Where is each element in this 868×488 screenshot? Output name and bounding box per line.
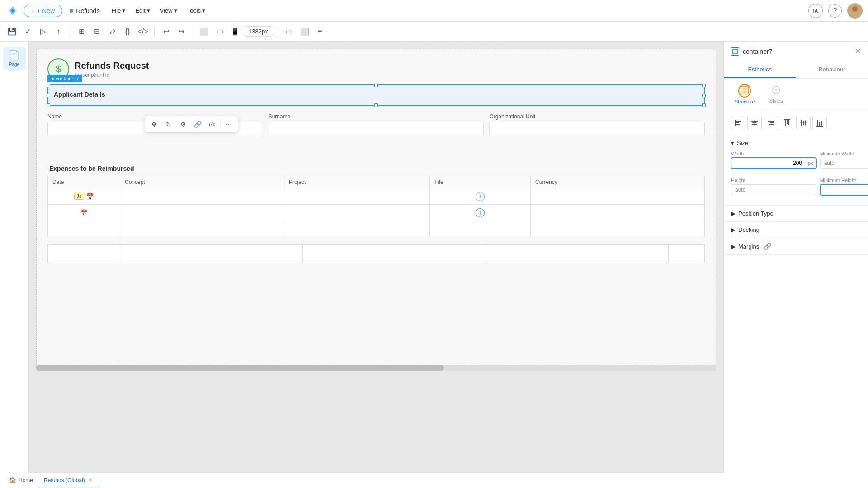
- home-tab[interactable]: 🏠 Home: [4, 473, 38, 488]
- ia-badge[interactable]: IA: [808, 4, 823, 18]
- expense-concept-2[interactable]: [120, 205, 284, 221]
- layers-button[interactable]: ⊟: [90, 25, 104, 38]
- help-button[interactable]: ?: [828, 4, 842, 18]
- sidebar-item-page[interactable]: 📄 Page: [3, 47, 26, 70]
- resize-handle-bm[interactable]: [374, 103, 378, 107]
- align-right-button[interactable]: [764, 116, 778, 130]
- layout-button-3[interactable]: ≡: [313, 25, 327, 38]
- svg-point-2: [850, 12, 859, 18]
- nav-right-area: IA ?: [808, 3, 863, 19]
- align-center-h-button[interactable]: [796, 116, 811, 130]
- svg-rect-30: [821, 121, 822, 126]
- expense-file-1[interactable]: +: [430, 188, 531, 205]
- rotate-button[interactable]: ↻: [162, 118, 175, 131]
- refunds-global-tab[interactable]: Refunds (Global) ✕: [38, 473, 99, 488]
- calendar-icon-2[interactable]: 📅: [80, 209, 88, 216]
- sub-tab-structure[interactable]: Structure: [731, 82, 759, 106]
- summary-cell-1[interactable]: [48, 245, 120, 263]
- expense-concept-3[interactable]: [120, 221, 284, 237]
- expense-file-3[interactable]: [430, 221, 531, 237]
- mobile-view[interactable]: 📱: [228, 25, 242, 38]
- scrollbar-thumb[interactable]: [36, 365, 444, 371]
- tab-close-button[interactable]: ✕: [87, 477, 94, 483]
- resize-handle-br[interactable]: [702, 103, 706, 107]
- check-button[interactable]: ✓: [21, 25, 34, 38]
- resize-handle-tl[interactable]: [47, 84, 50, 87]
- tablet-view[interactable]: ▭: [213, 25, 226, 38]
- surname-input[interactable]: [269, 122, 484, 136]
- min-height-input[interactable]: [821, 185, 868, 195]
- data-button[interactable]: ⇄: [105, 25, 119, 38]
- calendar-icon-1[interactable]: 📅: [86, 193, 94, 200]
- settings-button[interactable]: ⚙: [177, 118, 189, 131]
- docking-section[interactable]: ▶ Docking: [724, 222, 868, 238]
- view-menu[interactable]: View ▾: [156, 5, 182, 16]
- applicant-details-title: Applicant Details: [52, 89, 700, 102]
- expense-date-2[interactable]: 📅: [48, 205, 120, 221]
- more-button[interactable]: ⋯: [222, 118, 235, 131]
- expense-concept-1[interactable]: [120, 188, 284, 205]
- summary-cell-5[interactable]: [669, 245, 705, 263]
- save-button[interactable]: 💾: [5, 25, 19, 38]
- summary-cell-3[interactable]: [303, 245, 486, 263]
- resize-handle-bl[interactable]: [47, 103, 50, 107]
- edit-menu[interactable]: Edit ▾: [131, 5, 154, 16]
- tools-menu[interactable]: Tools ▾: [183, 5, 210, 16]
- form-subtitle: {descriptionHe: [75, 72, 149, 78]
- expense-date-3[interactable]: [48, 221, 120, 237]
- size-section-header[interactable]: ▾ Size: [731, 140, 861, 146]
- sub-tab-styles[interactable]: Styles: [766, 84, 787, 105]
- canvas-scrollbar[interactable]: [36, 365, 716, 371]
- position-type-section[interactable]: ▶ Position Type: [724, 206, 868, 222]
- svg-rect-29: [819, 122, 820, 126]
- width-field: Width px: [731, 151, 816, 174]
- expense-project-2[interactable]: [284, 205, 429, 221]
- align-bottom-button[interactable]: [812, 116, 827, 130]
- container7-box[interactable]: Applicant Details: [47, 84, 705, 106]
- formula-button[interactable]: Rx: [206, 118, 218, 131]
- publish-button[interactable]: ↑: [52, 25, 65, 38]
- layout-button-1[interactable]: ▭: [283, 25, 296, 38]
- link-button[interactable]: 🔗: [191, 118, 204, 131]
- code-button[interactable]: {}: [121, 25, 134, 38]
- resize-handle-mr[interactable]: [702, 94, 706, 97]
- layout-button-2[interactable]: ⬜: [298, 25, 311, 38]
- margins-section[interactable]: ▶ Margins 🔗: [724, 238, 868, 255]
- width-input[interactable]: [731, 158, 805, 168]
- resize-handle-ml[interactable]: [47, 94, 50, 97]
- expense-project-3[interactable]: [284, 221, 429, 237]
- align-left-button[interactable]: [731, 116, 745, 130]
- file-menu[interactable]: File ▾: [107, 5, 130, 16]
- undo-button[interactable]: ↩: [159, 25, 173, 38]
- org-unit-input[interactable]: [489, 122, 705, 136]
- move-button[interactable]: ✥: [148, 118, 160, 131]
- expense-currency-2[interactable]: [531, 205, 705, 221]
- expense-project-1[interactable]: [284, 188, 429, 205]
- summary-cell-2[interactable]: [120, 245, 303, 263]
- html-button[interactable]: </>: [136, 25, 150, 38]
- svg-rect-8: [735, 121, 741, 122]
- expense-file-2[interactable]: +: [430, 205, 531, 221]
- expense-currency-1[interactable]: [531, 188, 705, 205]
- file-add-button-2[interactable]: +: [476, 208, 485, 217]
- expense-date-1[interactable]: Js 📅: [48, 188, 120, 205]
- summary-cell-4[interactable]: [486, 245, 668, 263]
- user-avatar[interactable]: [847, 3, 863, 19]
- tab-behaviour[interactable]: Behaviour: [796, 61, 868, 78]
- new-button[interactable]: + + New: [24, 5, 62, 17]
- panel-close-button[interactable]: ✕: [855, 47, 861, 56]
- desktop-view[interactable]: ⬜: [198, 25, 211, 38]
- resize-handle-tm[interactable]: [374, 84, 378, 87]
- tab-esthetics[interactable]: Esthetics: [724, 61, 796, 78]
- expense-currency-3[interactable]: [531, 221, 705, 237]
- min-width-input-wrap: auto: [820, 158, 868, 169]
- toolbar-separator-3: [193, 26, 193, 37]
- resize-handle-tr[interactable]: [702, 84, 706, 87]
- main-area: 📄 Page ✥ ↻ ⚙ 🔗 Rx ⋯ $ Refunds Req: [0, 42, 868, 473]
- play-button[interactable]: ▷: [36, 25, 50, 38]
- align-top-button[interactable]: [780, 116, 794, 130]
- align-center-v-button[interactable]: [747, 116, 762, 130]
- components-button[interactable]: ⊞: [75, 25, 88, 38]
- redo-button[interactable]: ↪: [175, 25, 188, 38]
- file-add-button-1[interactable]: +: [476, 192, 485, 201]
